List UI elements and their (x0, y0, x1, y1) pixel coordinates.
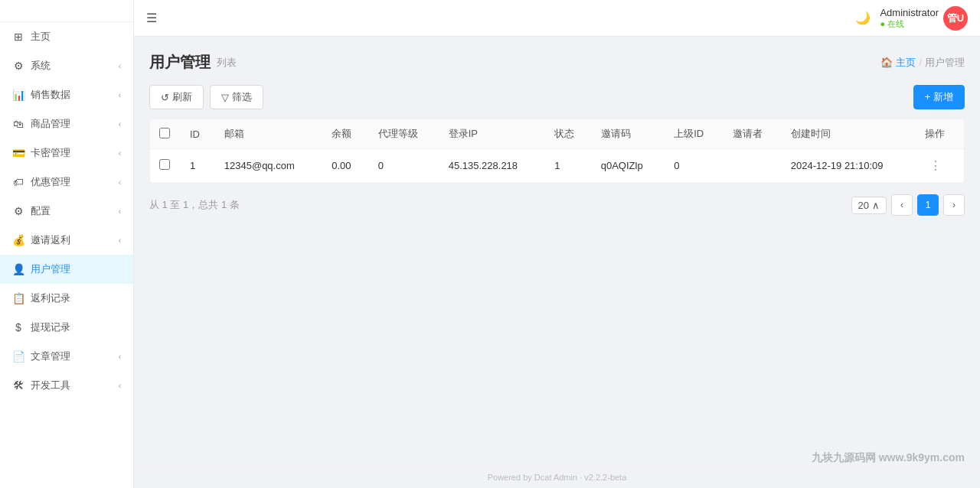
sidebar-item-wallet[interactable]: 💳 卡密管理 ‹ (0, 138, 133, 168)
sidebar-item-left: 💰 邀请返利 (12, 233, 70, 247)
sidebar-item-left: 📄 文章管理 (12, 350, 70, 363)
sidebar-label-promo: 优惠管理 (31, 175, 70, 189)
main-area: ☰ 🌙 Administrator ● 在线 管U 用户管理 列表 🏠 主页 (134, 0, 980, 488)
sidebar-label-system: 系统 (31, 59, 51, 73)
column-header-6: 邀请码 (592, 119, 665, 149)
breadcrumb: 🏠 主页 / 用户管理 (880, 56, 965, 70)
sidebar-icon-invite: 💰 (12, 234, 24, 246)
column-header-0: ID (181, 119, 215, 149)
table-body: 112345@qq.com0.00045.135.228.2181q0AQIZl… (150, 149, 964, 183)
topbar-left: ☰ (146, 11, 157, 25)
user-details: Administrator ● 在线 (880, 7, 939, 30)
users-table: ID邮箱余额代理等级登录IP状态邀请码上级ID邀请者创建时间操作 112345@… (150, 119, 964, 183)
pagination-area: 从 1 至 1，总共 1 条 20 ∧ ‹ 1 › (149, 194, 965, 216)
online-status: ● 在线 (880, 18, 939, 30)
chevron-icon: ‹ (119, 120, 121, 129)
sidebar-item-promo[interactable]: 🏷 优惠管理 ‹ (0, 168, 133, 197)
sidebar-item-sales[interactable]: 📊 销售数据 ‹ (0, 80, 133, 109)
breadcrumb-separator: / (919, 57, 922, 68)
sidebar-icon-profits: 📋 (12, 292, 24, 304)
user-name: Administrator (880, 7, 939, 18)
sidebar-item-left: 💳 卡密管理 (12, 146, 70, 160)
chevron-icon: ‹ (119, 62, 121, 70)
table-header: ID邮箱余额代理等级登录IP状态邀请码上级ID邀请者创建时间操作 (150, 119, 964, 149)
select-all-checkbox[interactable] (159, 128, 170, 138)
sidebar-label-sales: 销售数据 (31, 88, 70, 102)
sidebar-item-config[interactable]: ⚙ 配置 ‹ (0, 197, 133, 226)
column-header-1: 邮箱 (215, 119, 322, 149)
sidebar-item-left: 🏷 优惠管理 (12, 175, 70, 189)
page-size-chevron: ∧ (872, 200, 880, 211)
toolbar: ↺ 刷新 ▽ 筛选 + 新增 (149, 85, 965, 109)
sidebar-item-withdraw[interactable]: $ 提现记录 (0, 313, 133, 342)
sidebar-label-devtools: 开发工具 (31, 379, 70, 392)
column-header-3: 代理等级 (369, 119, 439, 149)
content-area: 用户管理 列表 🏠 主页 / 用户管理 ↺ 刷新 ▽ 筛选 + 新增 (134, 37, 980, 466)
topbar-right: 🌙 Administrator ● 在线 管U (855, 6, 968, 31)
sidebar-item-users[interactable]: 👤 用户管理 (0, 255, 133, 284)
sidebar-icon-users: 👤 (12, 263, 24, 275)
avatar: 管U (943, 6, 968, 31)
chevron-icon: ‹ (119, 207, 121, 216)
page-title-area: 用户管理 列表 (149, 52, 237, 73)
cell-created_at: 2024-12-19 21:10:09 (782, 149, 916, 183)
sidebar-item-left: 📋 返利记录 (12, 291, 70, 305)
sidebar-item-left: 📊 销售数据 (12, 88, 70, 102)
row-checkbox-0[interactable] (159, 159, 170, 170)
pagination-next-button[interactable]: › (943, 194, 965, 216)
page-header: 用户管理 列表 🏠 主页 / 用户管理 (149, 52, 965, 73)
sidebar-icon-withdraw: $ (12, 321, 24, 333)
sidebar-item-content[interactable]: 📄 文章管理 ‹ (0, 342, 133, 371)
sidebar-label-content: 文章管理 (31, 350, 70, 363)
new-label: + 新增 (925, 90, 953, 104)
row-actions-button[interactable]: ⋮ (925, 157, 946, 174)
sidebar-label-products: 商品管理 (31, 117, 70, 131)
sidebar-item-profits[interactable]: 📋 返利记录 (0, 284, 133, 313)
sidebar-label-profits: 返利记录 (31, 291, 70, 305)
breadcrumb-home-link[interactable]: 主页 (896, 56, 916, 70)
filter-label: 筛选 (232, 90, 252, 104)
pagination-prev-button[interactable]: ‹ (891, 194, 913, 216)
sidebar-icon-config: ⚙ (12, 205, 24, 217)
breadcrumb-home-icon: 🏠 (880, 57, 893, 68)
new-button[interactable]: + 新增 (913, 85, 965, 109)
sidebar-item-left: 👤 用户管理 (12, 262, 70, 276)
chevron-icon: ‹ (119, 236, 121, 245)
cell-id: 1 (181, 149, 215, 183)
cell-email: 12345@qq.com (215, 149, 322, 183)
sidebar-item-devtools[interactable]: 🛠 开发工具 ‹ (0, 371, 133, 400)
cell-parent_id: 0 (665, 149, 723, 183)
cell-actions: ⋮ (916, 149, 964, 183)
refresh-label: 刷新 (172, 90, 192, 104)
sidebar-icon-system: ⚙ (12, 60, 24, 72)
sidebar-item-products[interactable]: 🛍 商品管理 ‹ (0, 109, 133, 138)
table-row: 112345@qq.com0.00045.135.228.2181q0AQIZl… (150, 149, 964, 183)
column-header-2: 余额 (322, 119, 369, 149)
sidebar-icon-promo: 🏷 (12, 176, 24, 188)
table-container: ID邮箱余额代理等级登录IP状态邀请码上级ID邀请者创建时间操作 112345@… (149, 119, 965, 184)
sidebar: ⊞ 主页 ⚙ 系统 ‹ 📊 销售数据 ‹ 🛍 商品管理 ‹ 💳 (0, 0, 134, 488)
pagination-info: 从 1 至 1，总共 1 条 (149, 198, 240, 212)
theme-toggle-icon[interactable]: 🌙 (855, 11, 871, 25)
sidebar-item-left: ⚙ 配置 (12, 204, 51, 218)
sidebar-item-left: ⊞ 主页 (12, 30, 51, 44)
sidebar-item-left: ⚙ 系统 (12, 59, 51, 73)
sidebar-item-invite[interactable]: 💰 邀请返利 ‹ (0, 226, 133, 255)
sidebar-item-system[interactable]: ⚙ 系统 ‹ (0, 51, 133, 80)
sidebar-item-left: 🛠 开发工具 (12, 379, 70, 392)
refresh-button[interactable]: ↺ 刷新 (149, 85, 204, 109)
header-checkbox-cell (150, 119, 181, 149)
sidebar-item-left: $ 提现记录 (12, 320, 70, 334)
page-size-select[interactable]: 20 ∧ (851, 197, 887, 214)
topbar: ☰ 🌙 Administrator ● 在线 管U (134, 0, 980, 37)
sidebar-item-home[interactable]: ⊞ 主页 (0, 22, 133, 51)
chevron-icon: ‹ (119, 91, 121, 99)
footer: Powered by Dcat Admin · v2.2.2-beta (134, 466, 980, 488)
page-title: 用户管理 (149, 52, 211, 73)
filter-button[interactable]: ▽ 筛选 (210, 85, 263, 109)
page-subtitle: 列表 (217, 56, 237, 70)
sidebar-icon-products: 🛍 (12, 118, 24, 130)
pagination-page-1-button[interactable]: 1 (917, 194, 939, 216)
menu-toggle-icon[interactable]: ☰ (146, 11, 157, 25)
column-header-7: 上级ID (665, 119, 723, 149)
